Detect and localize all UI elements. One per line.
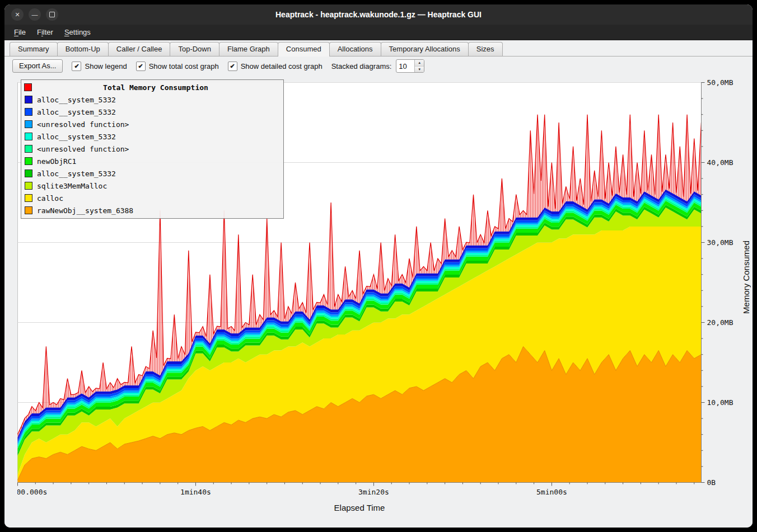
legend-label: <unresolved function> — [37, 145, 129, 153]
legend-label: alloc__system_5332 — [37, 96, 116, 104]
legend-item: alloc__system_5332 — [21, 167, 283, 180]
tab-consumed[interactable]: Consumed — [278, 42, 330, 57]
minimize-icon: — — [32, 12, 38, 18]
menu-label: ettings — [69, 28, 91, 36]
main-content: Summary Bottom-Up Caller / Callee Top-Do… — [4, 40, 753, 528]
legend-swatch — [25, 170, 32, 177]
menu-item-file[interactable]: File — [9, 26, 31, 39]
svg-text:5min00s: 5min00s — [536, 488, 567, 496]
legend-item: newObjRC1 — [21, 155, 283, 167]
svg-text:3min20s: 3min20s — [358, 488, 389, 496]
menu-item-settings[interactable]: Settings — [59, 26, 96, 39]
window-title: Heaptrack - heaptrack.wakunode.1.gz — He… — [4, 10, 753, 19]
tab-allocations[interactable]: Allocations — [329, 42, 381, 56]
maximize-button[interactable] — [46, 8, 58, 21]
export-as-button[interactable]: Export As... — [12, 59, 63, 73]
legend-label: sqlite3MemMalloc — [37, 182, 107, 190]
legend-item: alloc__system_5332 — [21, 130, 283, 143]
legend-swatch — [25, 157, 32, 165]
tab-bar: Summary Bottom-Up Caller / Callee Top-Do… — [4, 40, 753, 57]
menubar: File Filter Settings — [4, 25, 753, 40]
menu-item-filter[interactable]: Filter — [32, 26, 58, 39]
toolbar: Export As... ✔ Show legend ✔ Show total … — [4, 57, 753, 76]
legend-item: alloc__system_5332 — [21, 106, 283, 118]
svg-text:40,0MB: 40,0MB — [707, 158, 733, 167]
tab-bottom-up[interactable]: Bottom-Up — [57, 42, 109, 56]
menu-label: F — [37, 28, 41, 36]
legend-swatch — [25, 133, 32, 140]
legend-item: <unresolved function> — [21, 143, 283, 155]
checkbox-box: ✔ — [228, 62, 237, 71]
checkbox-show-total-cost-graph[interactable]: ✔ Show total cost graph — [136, 62, 219, 71]
spinner-up-button[interactable]: ▲ — [415, 60, 424, 66]
stacked-diagrams-label: Stacked diagrams: — [331, 62, 392, 70]
minimize-button[interactable]: — — [29, 8, 41, 21]
legend-label: <unresolved function> — [37, 120, 129, 129]
legend-items: alloc__system_5332alloc__system_5332<unr… — [21, 93, 283, 216]
stacked-diagrams-control: Stacked diagrams: ▲ ▼ — [331, 59, 425, 73]
menu-label: ile — [18, 28, 26, 36]
svg-text:10,0MB: 10,0MB — [707, 398, 733, 407]
legend-swatch — [25, 206, 32, 214]
checkbox-label: Show legend — [85, 62, 127, 70]
legend-item: rawNewObj__system_6388 — [21, 204, 283, 216]
legend-label: alloc__system_5332 — [37, 133, 116, 141]
tab-flame-graph[interactable]: Flame Graph — [219, 42, 278, 56]
checkbox-show-detailed-cost-graph[interactable]: ✔ Show detailed cost graph — [228, 62, 323, 71]
legend-swatch — [25, 145, 32, 153]
tab-caller-callee[interactable]: Caller / Callee — [108, 42, 171, 56]
legend-item: <unresolved function> — [21, 118, 283, 130]
legend-item: alloc__system_5332 — [21, 93, 283, 106]
legend-label: newObjRC1 — [37, 157, 76, 166]
checkbox-box: ✔ — [136, 62, 146, 71]
x-axis-title: Elapsed Time — [17, 503, 702, 512]
svg-text:1min40s: 1min40s — [180, 488, 211, 496]
checkbox-box: ✔ — [72, 62, 81, 71]
spinner-down-button[interactable]: ▼ — [415, 66, 424, 73]
tab-top-down[interactable]: Top-Down — [170, 42, 219, 56]
svg-text:50,0MB: 50,0MB — [707, 78, 733, 87]
close-button[interactable]: ✕ — [11, 8, 24, 21]
stacked-diagrams-spinbox[interactable]: ▲ ▼ — [396, 59, 424, 73]
y-axis-title: Memory Consumed — [741, 241, 751, 314]
legend-label: calloc — [37, 194, 63, 203]
spinner-buttons: ▲ ▼ — [414, 60, 424, 72]
legend-swatch — [25, 96, 32, 103]
menu-mnemonic: S — [64, 28, 69, 36]
checkmark-icon: ✔ — [138, 63, 143, 69]
legend-label: alloc__system_5332 — [37, 108, 116, 116]
checkbox-show-legend[interactable]: ✔ Show legend — [72, 62, 127, 71]
chart-area: 0B10,0MB20,0MB30,0MB40,0MB50,0MB00.000s1… — [4, 76, 753, 528]
legend-swatch — [25, 182, 32, 190]
svg-text:00.000s: 00.000s — [17, 488, 47, 496]
tab-temporary-allocations[interactable]: Temporary Allocations — [381, 42, 469, 56]
legend-item: sqlite3MemMalloc — [21, 180, 283, 192]
window: ✕ — Heaptrack - heaptrack.wakunode.1.gz … — [4, 4, 753, 528]
checkbox-label: Show total cost graph — [149, 62, 219, 70]
legend-swatch — [25, 194, 32, 202]
chart-legend: Total Memory Consumption alloc__system_5… — [21, 79, 284, 219]
menu-label: lter — [43, 28, 53, 36]
svg-text:20,0MB: 20,0MB — [707, 318, 733, 327]
legend-label: rawNewObj__system_6388 — [37, 206, 133, 215]
titlebar: ✕ — Heaptrack - heaptrack.wakunode.1.gz … — [4, 4, 753, 25]
window-controls: ✕ — — [11, 8, 58, 21]
tab-sizes[interactable]: Sizes — [468, 42, 503, 56]
checkmark-icon: ✔ — [230, 63, 235, 69]
stacked-diagrams-input[interactable] — [396, 60, 414, 72]
spinner-down-icon: ▼ — [418, 68, 421, 71]
svg-text:30,0MB: 30,0MB — [707, 238, 733, 247]
legend-swatch — [25, 120, 32, 128]
legend-item: calloc — [21, 192, 283, 204]
checkbox-label: Show detailed cost graph — [241, 62, 323, 70]
maximize-icon — [49, 12, 55, 17]
tab-summary[interactable]: Summary — [10, 42, 58, 56]
legend-swatch — [25, 108, 32, 116]
menu-mnemonic: F — [14, 28, 18, 36]
svg-text:0B: 0B — [707, 478, 716, 487]
spinner-up-icon: ▲ — [418, 61, 421, 64]
legend-title-swatch — [24, 83, 32, 91]
legend-label: alloc__system_5332 — [37, 170, 116, 178]
checkmark-icon: ✔ — [74, 63, 79, 69]
close-icon: ✕ — [15, 12, 20, 18]
